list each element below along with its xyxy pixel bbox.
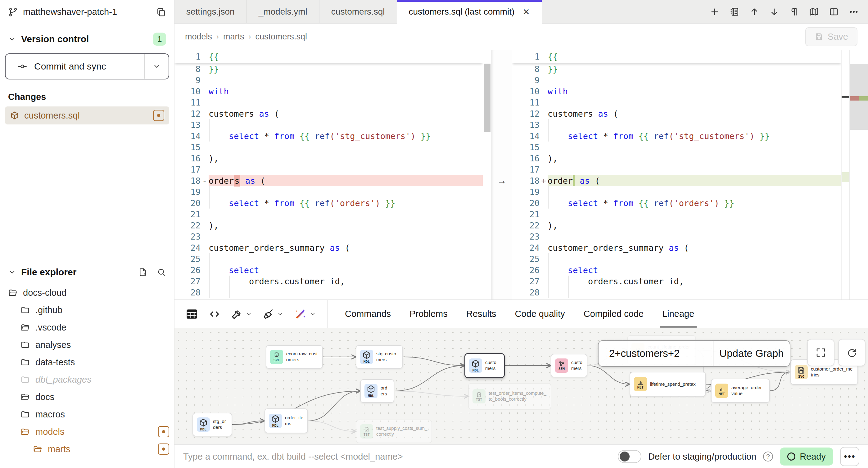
lineage-canvas[interactable]: 2+customers+2 Update Graph SRCecom.raw_c…: [175, 329, 868, 444]
arrow-down-icon[interactable]: [769, 7, 779, 17]
lineage-node-stg_orders[interactable]: MDLstg_orders: [192, 413, 232, 436]
tree-item-docs-cloud[interactable]: docs-cloud: [0, 284, 174, 301]
panel-tab-commands[interactable]: Commands: [336, 300, 400, 328]
code-line: select * from {{ ref('orders') }}: [209, 197, 483, 209]
lineage-node-test_order_items[interactable]: TSTtest_order_items_compute_to_bools_cor…: [468, 383, 551, 410]
code-tool[interactable]: [209, 308, 220, 320]
lineage-node-customers_sem[interactable]: SEMcustomers: [551, 354, 587, 377]
git-branch-icon: [8, 7, 18, 17]
refresh-graph-button[interactable]: [838, 339, 866, 366]
apply-change-arrow-icon[interactable]: →: [491, 175, 512, 186]
panel-tab-compiled-code[interactable]: Compiled code: [574, 300, 653, 328]
tree-item-label: models: [35, 427, 158, 437]
bars-icon: [637, 379, 644, 385]
line-number: 21: [512, 210, 539, 219]
tree-item-macros[interactable]: macros: [0, 406, 174, 423]
notebook-icon[interactable]: [730, 7, 740, 17]
chevron-down-icon[interactable]: [277, 311, 284, 317]
close-icon[interactable]: ✕: [523, 7, 530, 17]
code-token: s: [234, 175, 240, 187]
breadcrumb-item[interactable]: marts: [223, 32, 244, 41]
model-cube-icon: [10, 111, 19, 120]
save-button[interactable]: Save: [805, 27, 858, 46]
tab-customers-sql[interactable]: customers.sql: [319, 0, 397, 23]
tree-item-docs[interactable]: docs: [0, 388, 174, 406]
sidebar: matthewshaver-patch-1 Version control 1 …: [0, 0, 175, 468]
defer-toggle[interactable]: [618, 450, 641, 463]
lineage-node-order_items[interactable]: MDLorder_items: [265, 408, 308, 433]
breadcrumb-item[interactable]: models: [185, 32, 212, 41]
tree-item--github[interactable]: .github: [0, 301, 174, 319]
sticky-line: 1{{: [175, 50, 483, 63]
chevron-down-icon[interactable]: [245, 311, 252, 317]
tree-item--vscode[interactable]: .vscode: [0, 319, 174, 336]
chevron-down-icon[interactable]: [309, 311, 316, 317]
search-icon[interactable]: [157, 268, 166, 277]
new-file-icon[interactable]: [138, 268, 148, 277]
chevron-down-icon[interactable]: [8, 35, 16, 43]
tab-settings-json[interactable]: settings.json: [175, 0, 247, 23]
tree-item-models[interactable]: models: [0, 423, 174, 440]
broom-tool[interactable]: [262, 308, 284, 320]
diff-overview-ruler[interactable]: [849, 50, 868, 300]
lineage-node-stg_customers[interactable]: MDLstg_customers: [356, 345, 403, 369]
tree-item-label: macros: [35, 409, 169, 419]
lineage-node-lifetime_spend[interactable]: METlifetime_spend_pretax: [629, 372, 706, 397]
lineage-node-avg_order_value[interactable]: METaverage_order_value: [711, 379, 770, 403]
tree-item-dbt-packages[interactable]: dbt_packages: [0, 371, 174, 388]
code-token: {{: [300, 198, 310, 208]
ellipsis-icon[interactable]: [849, 7, 859, 17]
tree-item-data-tests[interactable]: data-tests: [0, 353, 174, 371]
copy-branch-icon[interactable]: [156, 7, 166, 17]
chevron-down-icon[interactable]: [8, 268, 16, 276]
changed-file-row[interactable]: customers.sql: [5, 106, 169, 124]
panel-tab-code-quality[interactable]: Code quality: [505, 300, 574, 328]
node-type-badge: MDL: [365, 384, 377, 398]
update-graph-button[interactable]: Update Graph: [713, 341, 790, 366]
table-tool[interactable]: [186, 308, 198, 320]
panel-tab-results[interactable]: Results: [457, 300, 506, 328]
breadcrumb-item[interactable]: customers.sql: [255, 32, 307, 41]
lineage-node-customers[interactable]: MDLcustomers: [464, 353, 505, 378]
code-row-20: 20 select * from {{ ref('orders') }}: [512, 197, 841, 209]
code-row-9: 9: [512, 74, 841, 86]
fullscreen-button[interactable]: [807, 339, 834, 366]
broom-icon: [262, 308, 274, 320]
code-line: select: [548, 264, 841, 276]
commit-options-caret[interactable]: [144, 54, 168, 79]
diff-pane-original[interactable]: 1{{8}}910with1112customers as (1314 sele…: [175, 50, 483, 300]
diff-pane-modified[interactable]: 1{{8}}910with1112customers as (1314 sele…: [512, 50, 841, 300]
map-icon[interactable]: [809, 7, 819, 17]
lineage-node-orders[interactable]: MDLorders: [360, 379, 394, 403]
lineage-node-test_supply[interactable]: TSTtest_supply_costs_sum_correctly: [356, 419, 432, 443]
tab-customers-sql-last-commit-[interactable]: customers.sql (last commit)✕: [397, 0, 542, 24]
arrow-up-icon[interactable]: [749, 7, 760, 17]
commit-icon: [18, 61, 27, 71]
command-input[interactable]: Type a command, ex. dbt build --select <…: [183, 451, 618, 462]
right-pane-scrollbar[interactable]: [841, 50, 849, 300]
line-number: 21: [175, 210, 200, 219]
split-icon[interactable]: [829, 7, 839, 17]
code-token: (: [679, 243, 689, 253]
code-line: [548, 209, 841, 220]
wand-tool[interactable]: [294, 308, 316, 320]
panel-tab-problems[interactable]: Problems: [400, 300, 457, 328]
cube-icon: [199, 418, 208, 427]
panel-tab-lineage[interactable]: Lineage: [653, 300, 704, 328]
pilcrow-icon[interactable]: [789, 7, 799, 17]
tab--models-yml[interactable]: _models.yml: [247, 0, 319, 23]
help-icon[interactable]: ?: [763, 451, 773, 462]
lineage-search-input[interactable]: 2+customers+2: [598, 341, 713, 366]
tab-label: settings.json: [186, 7, 235, 17]
ready-status-badge[interactable]: Ready: [780, 447, 833, 466]
lineage-node-raw_customers[interactable]: SRCecom.raw_customers: [266, 345, 323, 369]
tree-item-marts[interactable]: marts: [0, 440, 174, 458]
code-token: as: [669, 243, 679, 253]
code-row-13: 13: [175, 119, 483, 130]
more-options-button[interactable]: •••: [840, 447, 859, 466]
wrench-tool[interactable]: [231, 308, 252, 320]
commit-and-sync-button[interactable]: Commit and sync: [5, 53, 169, 80]
tree-item-analyses[interactable]: analyses: [0, 336, 174, 353]
plus-icon[interactable]: [710, 7, 720, 17]
left-pane-scrollbar[interactable]: [483, 50, 491, 300]
